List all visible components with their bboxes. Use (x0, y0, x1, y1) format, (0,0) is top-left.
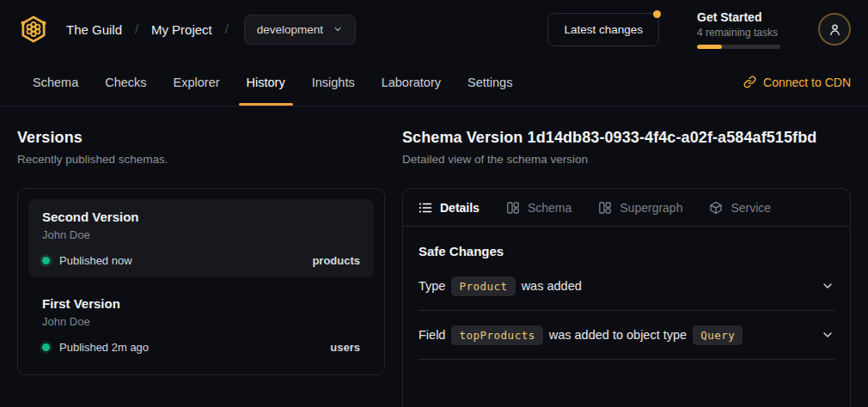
code-badge: topProducts (451, 325, 542, 345)
user-avatar[interactable] (818, 13, 851, 46)
versions-header: Versions Recently published schemas. (17, 129, 385, 166)
published-status-icon (42, 343, 50, 351)
change-text: was added to object type (549, 328, 687, 342)
latest-changes-label: Latest changes (564, 23, 643, 36)
top-bar: The Guild / My Project / development Lat… (0, 0, 868, 58)
versions-subtitle: Recently published schemas. (17, 153, 385, 166)
version-author: John Doe (42, 228, 360, 241)
connect-to-cdn-label: Connect to CDN (763, 76, 851, 89)
code-badge: Product (451, 276, 515, 296)
version-list: Second VersionJohn DoePublished nowprodu… (17, 188, 385, 375)
breadcrumb-org[interactable]: The Guild (66, 22, 122, 37)
version-name: First Version (42, 296, 360, 311)
schema-change-row[interactable]: TypeProductwas added (419, 262, 834, 311)
cube-icon (709, 201, 723, 215)
chevron-down-icon[interactable] (821, 328, 834, 342)
connect-to-cdn-link[interactable]: Connect to CDN (743, 76, 851, 89)
detail-tab-service[interactable]: Service (709, 201, 771, 215)
version-name: Second Version (42, 210, 360, 224)
change-rows: TypeProductwas addedFieldtopProductswas … (419, 262, 834, 360)
nav-tab-checks[interactable]: Checks (105, 58, 146, 106)
progress-fill (697, 45, 722, 49)
nav-tabs: SchemaChecksExplorerHistoryInsightsLabor… (33, 58, 512, 106)
detail-tab-label: Supergraph (620, 201, 682, 215)
get-started-widget[interactable]: Get Started 4 remaining tasks (697, 10, 780, 49)
hive-logo-icon[interactable] (17, 13, 50, 46)
nav-tab-settings[interactable]: Settings (468, 58, 512, 106)
code-badge: Query (693, 325, 743, 345)
schema-version-column: Schema Version 1d14db83-0933-4f4c-a02f-a… (402, 129, 851, 407)
detail-content: Safe Changes TypeProductwas addedFieldto… (403, 227, 850, 360)
get-started-subtitle: 4 remaining tasks (697, 27, 780, 39)
chevron-down-icon (333, 24, 343, 34)
version-status: Published 2m ago (59, 341, 149, 354)
change-text: Type (419, 279, 445, 293)
schema-version-panel: DetailsSchemaSupergraphService Safe Chan… (402, 188, 851, 407)
chevron-down-icon[interactable] (821, 279, 834, 293)
detail-tab-label: Details (440, 201, 480, 215)
list-icon (419, 201, 432, 215)
detail-tab-label: Service (730, 201, 771, 215)
version-card[interactable]: Second VersionJohn DoePublished nowprodu… (28, 199, 374, 277)
main-content: Versions Recently published schemas. Sec… (0, 106, 868, 407)
detail-tab-details[interactable]: Details (419, 201, 480, 215)
version-meta: Published 2m agousers (42, 341, 360, 354)
safe-changes-title: Safe Changes (419, 244, 834, 258)
nav-tab-explorer[interactable]: Explorer (174, 58, 220, 106)
schema-version-title: Schema Version 1d14db83-0933-4f4c-a02f-a… (402, 129, 851, 147)
schema-version-subtitle: Detailed view of the schema version (402, 153, 851, 166)
columns-icon (598, 201, 612, 215)
nav-tab-history[interactable]: History (247, 58, 285, 106)
version-meta: Published nowproducts (42, 254, 360, 267)
version-card[interactable]: First VersionJohn DoePublished 2m agouse… (28, 286, 374, 364)
version-author: John Doe (42, 315, 360, 328)
version-service: products (312, 254, 360, 267)
top-bar-right: Latest changes Get Started 4 remaining t… (547, 10, 851, 49)
versions-title: Versions (17, 129, 385, 147)
get-started-title: Get Started (697, 10, 780, 24)
detail-tab-schema[interactable]: Schema (506, 201, 572, 215)
nav-tab-insights[interactable]: Insights (312, 58, 355, 106)
detail-tab-label: Schema (528, 201, 572, 215)
breadcrumb-separator: / (135, 22, 138, 36)
get-started-progressbar (697, 45, 780, 49)
notification-dot (653, 10, 661, 18)
change-text: Field (419, 328, 445, 342)
detail-tabs: DetailsSchemaSupergraphService (403, 189, 850, 227)
target-selector-dropdown[interactable]: development (244, 15, 356, 45)
change-text: was added (522, 279, 582, 293)
versions-column: Versions Recently published schemas. Sec… (17, 129, 385, 407)
schema-change-row[interactable]: FieldtopProductswas added to object type… (419, 311, 834, 360)
version-service: users (330, 341, 360, 354)
link-icon (743, 76, 756, 88)
published-status-icon (42, 257, 50, 264)
target-selector-value: development (257, 23, 323, 36)
person-icon (828, 22, 842, 37)
breadcrumb-project[interactable]: My Project (151, 22, 212, 37)
columns-icon (506, 201, 520, 215)
version-status: Published now (59, 254, 132, 267)
latest-changes-button[interactable]: Latest changes (547, 13, 659, 46)
nav-tab-laboratory[interactable]: Laboratory (382, 58, 441, 106)
schema-version-header: Schema Version 1d14db83-0933-4f4c-a02f-a… (402, 129, 851, 166)
breadcrumb-separator: / (225, 22, 229, 36)
primary-nav: SchemaChecksExplorerHistoryInsightsLabor… (0, 58, 868, 106)
detail-tab-supergraph[interactable]: Supergraph (598, 201, 682, 215)
breadcrumb: The Guild / My Project / development (17, 13, 356, 46)
nav-tab-schema[interactable]: Schema (33, 58, 78, 106)
